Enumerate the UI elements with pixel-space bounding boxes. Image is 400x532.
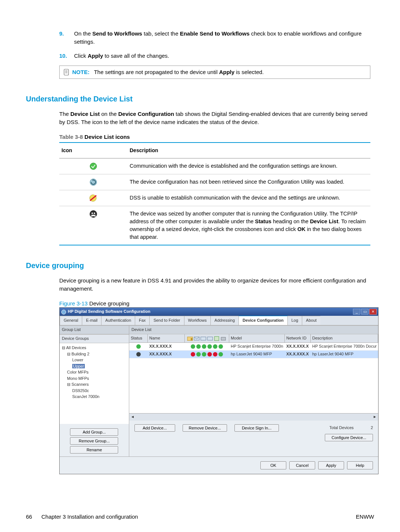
svg-rect-18 xyxy=(201,337,206,340)
svg-rect-19 xyxy=(207,337,213,340)
close-button[interactable]: ✕ xyxy=(369,309,377,315)
tree-node[interactable]: ⊟ Scanners xyxy=(67,381,127,388)
section1-body: The Device List on the Device Configurat… xyxy=(59,110,370,245)
svg-point-4 xyxy=(90,163,97,170)
feature-error-icon xyxy=(191,352,195,357)
cell-name: XX.X.XXX.X xyxy=(148,344,185,349)
svg-rect-21 xyxy=(221,337,226,340)
status-green-icon xyxy=(136,344,141,349)
col-network-id[interactable]: Network ID xyxy=(285,334,311,342)
tab-authentication[interactable]: Authentication xyxy=(101,316,135,325)
configure-device-button[interactable]: Configure Device... xyxy=(325,434,373,441)
para-device-grouping: Device grouping is a new feature in DSS … xyxy=(59,277,370,293)
feature-ok-icon xyxy=(196,344,201,349)
minimize-button[interactable]: _ xyxy=(353,309,360,315)
svg-rect-20 xyxy=(214,337,219,341)
tree-node[interactable]: ⊟ All Devices xyxy=(62,345,127,351)
table-row: DSS is unable to establish communication… xyxy=(59,190,370,206)
cell-model: hp LaserJet 9040 MFP xyxy=(229,351,285,357)
feature-error-icon xyxy=(213,352,217,357)
crossbones-icon xyxy=(89,211,97,217)
footer-right: ENWW xyxy=(356,513,374,521)
tree-node[interactable]: Color MFPs xyxy=(67,369,127,375)
tree-node[interactable]: DS9250c xyxy=(72,388,127,394)
group-list-panel: Group List Device Groups ⊟ All Devices ⊟… xyxy=(60,325,129,456)
device-list-header: Device List xyxy=(129,325,378,334)
tab-general[interactable]: General xyxy=(60,316,82,325)
heading-understanding-device-list: Understanding the Device List xyxy=(26,94,374,104)
add-device-button[interactable]: Add Device... xyxy=(134,424,175,432)
maximize-button[interactable]: ▭ xyxy=(361,309,369,315)
cell-description: DSS is unable to establish communication… xyxy=(127,190,370,206)
step-number: 9. xyxy=(59,30,74,38)
rename-button[interactable]: Rename xyxy=(70,446,118,454)
table-row-selected[interactable]: XX.X.XXX.X hp LaserJet 9040 MFP XX.X.XXX xyxy=(129,351,378,358)
help-button[interactable]: Help xyxy=(347,461,373,469)
table-row: The device was seized by another compute… xyxy=(59,206,370,245)
tree-node[interactable]: Mono MFPs xyxy=(67,375,127,382)
remove-group-button[interactable]: Remove Group... xyxy=(70,437,118,445)
tab-send-to-folder[interactable]: Send to Folder xyxy=(149,316,184,325)
tree-node[interactable]: Lower xyxy=(72,357,127,363)
mail-icon[interactable] xyxy=(194,335,200,341)
col-name[interactable]: Name xyxy=(148,334,185,342)
tree-node[interactable]: ⊟ Building 2 xyxy=(67,351,127,357)
grid-scrollbar[interactable]: ◄ ► xyxy=(129,413,378,421)
feature-ok-icon xyxy=(196,352,201,357)
cell-networkid: XX.X.XXX.X xyxy=(285,344,311,349)
cell-desc: HP Scanjet Enterprise 7000n Docur xyxy=(311,344,378,349)
table-row: Communication with the device is establi… xyxy=(59,158,370,174)
device-list-icons-table: Icon Description Communication with the … xyxy=(59,142,370,245)
feature-ok-icon xyxy=(202,352,206,357)
feature-ok-icon xyxy=(191,344,195,349)
chapter-title: Chapter 3 Installation and configuration xyxy=(41,513,138,520)
note-box: NOTE: The settings are not propagated to… xyxy=(59,66,370,79)
tab-email[interactable]: E-mail xyxy=(82,316,101,325)
connection-broken-icon xyxy=(89,195,98,201)
cancel-button[interactable]: Cancel xyxy=(289,461,315,469)
remove-device-button[interactable]: Remove Device... xyxy=(183,424,227,432)
ok-button[interactable]: OK xyxy=(260,461,286,469)
status-seized-icon xyxy=(136,352,141,357)
tab-log[interactable]: Log xyxy=(287,316,302,325)
col-icon: Icon xyxy=(59,143,127,158)
device-action-row: Add Device... Remove Device... Device Si… xyxy=(129,421,378,434)
scroll-right-icon[interactable]: ► xyxy=(373,414,377,420)
col-description[interactable]: Description xyxy=(311,334,378,342)
device-grid[interactable]: XX.X.XXX.X HP Scanjet Enterprise 7000n X xyxy=(129,343,378,413)
feature-error-icon xyxy=(207,352,212,357)
table-row[interactable]: XX.X.XXX.X HP Scanjet Enterprise 7000n X xyxy=(129,343,378,351)
cell-name: XX.X.XXX.X xyxy=(148,351,185,357)
mail2-icon[interactable] xyxy=(200,335,206,341)
figure-caption: Figure 3-13 Device grouping xyxy=(59,300,370,308)
filter-icons-group xyxy=(185,334,229,342)
total-devices-value: 2 xyxy=(371,425,373,431)
hp-logo-icon xyxy=(61,309,66,315)
book-icon[interactable] xyxy=(214,335,220,341)
folder-lock-icon[interactable] xyxy=(187,335,193,341)
group-tree[interactable]: ⊟ All Devices ⊟ Building 2 Lower Upper C… xyxy=(60,343,129,424)
device-sign-in-button[interactable]: Device Sign In... xyxy=(234,424,279,432)
tabs-bar: General E-mail Authentication Fax Send t… xyxy=(60,316,378,325)
apply-button[interactable]: Apply xyxy=(318,461,344,469)
col-model[interactable]: Model xyxy=(229,334,285,342)
heading-device-grouping: Device grouping xyxy=(26,260,374,271)
scroll-left-icon[interactable]: ◄ xyxy=(131,414,134,420)
steps-block: 9. On the Send to Workflows tab, select … xyxy=(59,30,370,79)
tab-addressing[interactable]: Addressing xyxy=(210,316,239,325)
tree-node[interactable]: ScanJet 7000n xyxy=(72,394,127,400)
cell-description: The device was seized by another compute… xyxy=(127,206,370,245)
add-group-button[interactable]: Add Group... xyxy=(70,428,118,436)
mail3-icon[interactable] xyxy=(207,335,213,341)
tab-fax[interactable]: Fax xyxy=(135,316,149,325)
tab-device-configuration[interactable]: Device Configuration xyxy=(239,316,287,325)
fax-icon[interactable] xyxy=(220,335,226,341)
cell-description: Communication with the device is establi… xyxy=(127,158,370,174)
col-status[interactable]: Status xyxy=(129,334,148,342)
cell-desc: hp LaserJet 9040 MFP xyxy=(311,351,378,357)
tab-about[interactable]: About xyxy=(302,316,320,325)
group-list-header: Group List xyxy=(60,325,129,334)
tree-node-selected[interactable]: Upper xyxy=(72,363,127,369)
tab-workflows[interactable]: Workflows xyxy=(184,316,211,325)
table-row: The device configuration has not been re… xyxy=(59,174,370,190)
